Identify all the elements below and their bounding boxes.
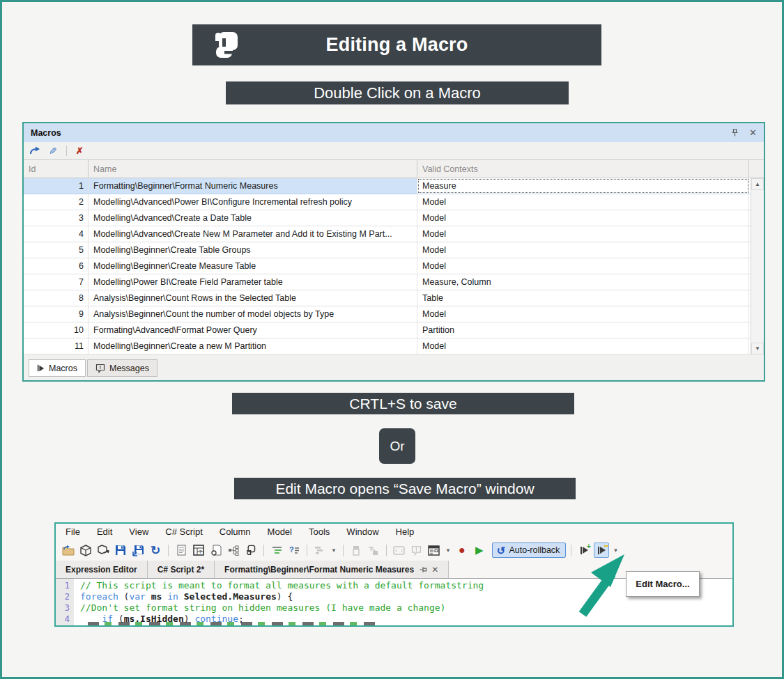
table-row[interactable]: 10 Formating\Advanced\Format Power Query… [24,322,764,338]
cell-valid-contexts: Model [417,242,749,258]
cell-id: 11 [24,338,89,354]
macros-toolbar: ✎ ✗ [24,142,764,159]
deploy-icon[interactable] [95,543,111,558]
tab-pin-icon[interactable] [419,565,427,574]
watch-window-icon[interactable] [392,543,407,558]
cell-valid-contexts: Partition [417,322,749,338]
open-file-icon[interactable] [61,543,76,558]
messages-icon[interactable]: ! [409,543,424,558]
refresh-icon[interactable]: ↻ [148,543,163,558]
menu-item[interactable]: Help [387,524,423,540]
menu-item[interactable]: File [57,524,89,540]
menu-item[interactable]: Tools [300,524,338,540]
cell-name: Modelling\Advanced\Power BI\Configure In… [89,194,417,210]
cell-valid-contexts: Model [417,194,749,210]
table-row[interactable]: 5 Modelling\Beginner\Create Table Groups… [24,242,764,258]
new-script-icon[interactable] [208,543,224,558]
close-icon[interactable]: ✕ [749,127,757,138]
hierarchy-icon[interactable] [226,543,241,558]
macros-table-body: 1 Formatting\Beginner\Format Numeric Mea… [24,178,764,354]
or-badge: Or [379,428,415,464]
menu-item[interactable]: Column [211,524,259,540]
tab-macros[interactable]: Macros [29,359,86,377]
title-banner: Editing a Macro [192,24,601,65]
comment-help-icon[interactable]: ? [286,543,302,558]
cell-name: Modelling\Advanced\Create a Date Table [89,210,417,226]
edit-macro-banner: Edit Macro opens “Save Macro” window [234,478,576,499]
scroll-down-icon[interactable]: ▼ [751,343,764,354]
save-icon[interactable] [113,543,128,558]
cell-id: 10 [24,322,89,338]
macros-panel-title: Macros [31,128,61,138]
tab-close-icon[interactable]: ✕ [431,565,438,575]
cell-valid-contexts: Measure [417,178,749,194]
cell-id: 1 [24,178,89,194]
table-row[interactable]: 11 Modelling\Beginner\Create a new M Par… [24,338,764,354]
perspective-icon[interactable] [312,543,328,558]
tutorial-page: Editing a Macro Double Click on a Macro … [0,0,784,679]
macros-bottom-tabs: Macros ! Messages [24,357,764,380]
macro-scroll-icon[interactable] [243,543,259,558]
cell-id: 8 [24,290,89,306]
table-row[interactable]: 7 Modelling\Power BI\Create Field Parame… [24,274,764,290]
cell-id: 3 [24,210,89,226]
tab-expression-editor[interactable]: Expression Editor [56,561,148,578]
column-header-valid-contexts[interactable]: Valid Contexts [417,160,749,178]
table-row[interactable]: 8 Analysis\Beginner\Count Rows in the Se… [24,290,764,306]
pin-icon[interactable] [730,128,739,137]
cell-valid-contexts: Model [417,338,749,354]
data-grid-icon[interactable]: 7 [191,543,206,558]
vertical-scrollbar[interactable]: ▲ ▼ [751,178,764,354]
record-icon[interactable]: ● [454,543,470,558]
script-document-icon[interactable] [174,543,189,558]
table-row[interactable]: 2 Modelling\Advanced\Power BI\Configure … [24,194,764,210]
menu-item[interactable]: Model [259,524,300,540]
cell-valid-contexts: Table [417,290,749,306]
table-row[interactable]: 4 Modelling\Advanced\Create New M Parame… [24,226,764,242]
options-window-icon[interactable] [426,543,442,558]
translation-icon[interactable] [348,543,364,558]
format-dax-icon[interactable] [269,543,284,558]
column-header-id[interactable]: Id [24,160,89,178]
line-number: 4 [56,614,74,625]
perspective-dropdown-icon[interactable]: ▼ [331,547,337,554]
cell-id: 6 [24,258,89,274]
macros-table-header: Id Name Valid Contexts [24,159,764,178]
run-macro-icon[interactable] [29,146,40,156]
table-row[interactable]: 9 Analysis\Beginner\Count the number of … [24,306,764,322]
tab-macro-script[interactable]: Formatting\Beginner\Format Numeric Measu… [215,561,449,578]
cell-valid-contexts: Model [417,210,749,226]
macro-play-icon [38,365,44,371]
table-row[interactable]: 3 Modelling\Advanced\Create a Date Table… [24,210,764,226]
undo-icon: ↺ [497,545,506,556]
macros-panel-titlebar: Macros ✕ [24,123,764,142]
column-header-name[interactable]: Name [89,160,417,178]
macro-scroll-icon [210,29,243,61]
cell-valid-contexts: Model [417,306,749,322]
edit-macro-icon[interactable]: ✎ [49,146,57,157]
delete-macro-icon[interactable]: ✗ [76,146,84,156]
table-row[interactable]: 1 Formatting\Beginner\Format Numeric Mea… [24,178,764,194]
play-icon[interactable]: ▶ [472,543,487,558]
table-row[interactable]: 6 Modelling\Beginner\Create Measure Tabl… [24,258,764,274]
cell-name: Modelling\Beginner\Create a new M Partit… [89,338,417,354]
line-number: 1 [56,580,74,591]
tab-csharp-script[interactable]: C# Script 2* [148,561,215,578]
open-from-db-icon[interactable] [78,543,93,558]
save-to-folder-icon[interactable] [130,543,146,558]
cell-id: 7 [24,274,89,290]
auto-rollback-button[interactable]: ↺ Auto-rollback [492,543,567,558]
menu-item[interactable]: View [121,524,157,540]
menu-item[interactable]: Window [338,524,387,540]
cell-name: Modelling\Beginner\Create Table Groups [89,242,417,258]
cell-name: Analysis\Beginner\Count Rows in the Sele… [89,290,417,306]
menu-item[interactable]: Edit [89,524,121,540]
cell-valid-contexts: Model [417,226,749,242]
tab-messages[interactable]: ! Messages [87,359,157,377]
scroll-up-icon[interactable]: ▲ [751,178,764,190]
svg-text:!: ! [415,545,417,552]
menu-item[interactable]: C# Script [157,524,210,540]
window-dropdown-icon[interactable]: ▼ [445,547,451,554]
svg-text:!: ! [99,364,101,370]
filter-icon[interactable] [366,543,381,558]
